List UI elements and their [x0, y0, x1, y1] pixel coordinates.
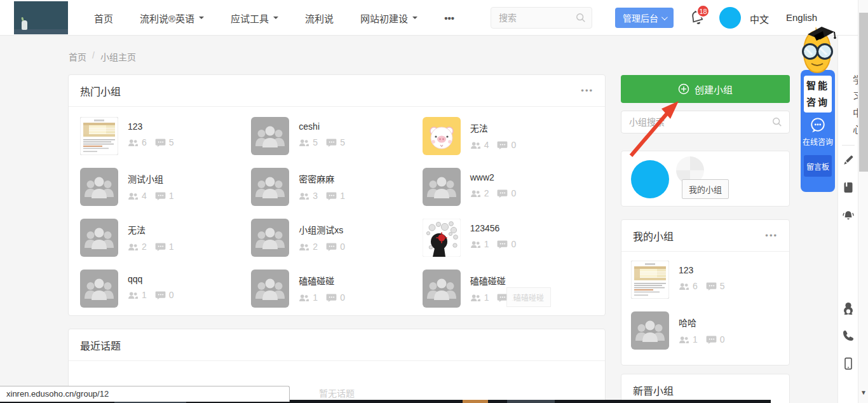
group-thumbnail	[423, 117, 461, 155]
group-card[interactable]: www2 2 0	[423, 168, 593, 206]
user-avatar[interactable]	[719, 7, 741, 29]
group-card[interactable]: qqq 1 0	[80, 270, 251, 308]
member-count: 1	[484, 239, 489, 249]
topics-icon	[497, 141, 508, 149]
group-name: 磕磕碰碰	[470, 274, 525, 287]
topic-count: 1	[340, 191, 345, 201]
scrollbar[interactable]: ▼	[858, 0, 868, 403]
menu-item-site-building[interactable]: 网站初建设	[360, 11, 417, 25]
group-card[interactable]: 无法 2 1	[80, 219, 251, 257]
topics-icon	[155, 291, 166, 299]
group-stats: 1 0	[128, 290, 182, 300]
group-card[interactable]: 密密麻麻 3 1	[251, 168, 422, 206]
menu-item-home[interactable]: 首页	[94, 11, 113, 25]
group-name: 123	[679, 265, 733, 275]
chevron-down-icon	[661, 14, 668, 20]
profile-avatar[interactable]	[631, 160, 669, 198]
group-stats: 1 0	[299, 292, 353, 303]
navbar-search	[491, 7, 592, 29]
group-thumbnail	[80, 270, 118, 308]
online-consult-button[interactable]: 在线咨询	[801, 136, 835, 147]
menu-item-liulishuo[interactable]: 流利说	[305, 11, 334, 25]
admin-backend-button[interactable]: 管理后台	[615, 8, 674, 28]
topic-count: 5	[169, 137, 174, 147]
pencil-icon[interactable]	[842, 154, 855, 167]
breadcrumb-current: 小组主页	[100, 50, 136, 63]
group-search	[621, 111, 790, 133]
group-card[interactable]: 123456 1 0	[423, 219, 593, 257]
smart-consult-button[interactable]: 智能 咨询	[804, 76, 832, 113]
lang-zh-toggle[interactable]: 中文	[750, 12, 769, 25]
link-status-bar: xinren.edusoho.cn/group/12	[0, 386, 290, 402]
group-card[interactable]: 无法 4 0	[423, 117, 593, 155]
my-groups-header: 我的小组 •••	[621, 220, 789, 252]
members-icon	[299, 243, 309, 251]
topics-icon	[155, 192, 166, 200]
chevron-down-icon	[412, 17, 417, 22]
group-stats: 2 0	[299, 242, 353, 252]
group-name: 123456	[470, 223, 525, 233]
group-card[interactable]: 磕磕碰碰 1 0	[251, 270, 422, 308]
members-icon	[679, 282, 689, 290]
qq-icon[interactable]	[842, 302, 855, 315]
members-icon	[470, 141, 481, 149]
my-groups-tag-button[interactable]: 我的小组	[682, 179, 729, 199]
panel-title: 新晋小组	[633, 383, 674, 398]
mobile-icon[interactable]	[842, 357, 855, 370]
my-groups-panel: 我的小组 ••• 123 6 5 哈哈 1 0	[621, 219, 790, 365]
group-stats: 2 1	[128, 242, 182, 252]
topics-icon	[326, 243, 337, 251]
topics-icon	[706, 282, 717, 290]
group-card[interactable]: 哈哈 1 0	[631, 311, 780, 350]
member-count: 4	[484, 140, 489, 150]
topics-icon	[706, 336, 717, 344]
member-count: 4	[142, 191, 147, 201]
group-card[interactable]: ceshi 5 5	[251, 117, 422, 155]
topic-count: 0	[511, 239, 516, 249]
topic-count: 0	[720, 334, 725, 345]
panel-title: 我的小组	[633, 228, 674, 243]
member-count: 2	[484, 188, 489, 198]
more-icon[interactable]: •••	[765, 231, 778, 240]
menu-item-exam-tools[interactable]: 应试工具	[231, 11, 278, 25]
message-board-button[interactable]: 留言板	[804, 155, 832, 177]
topics-icon	[497, 189, 508, 198]
group-stats: 5 5	[299, 137, 353, 147]
group-stats: 3 1	[299, 191, 353, 201]
navbar: 首页 流利说®英语 应试工具 流利说 网站初建设 ••• 管理后台 18 中文 …	[0, 0, 868, 36]
group-card[interactable]: 123 6 5	[80, 117, 251, 155]
members-icon	[128, 192, 139, 200]
group-name: 123	[128, 121, 182, 132]
group-card[interactable]: 小组测试xs 2 0	[251, 219, 422, 257]
group-thumbnail	[80, 219, 118, 257]
book-icon[interactable]	[842, 181, 855, 194]
breadcrumb-home-link[interactable]: 首页	[69, 50, 86, 63]
group-card[interactable]: 123 6 5	[631, 261, 780, 299]
scroll-down-arrow[interactable]: ▼	[858, 389, 868, 396]
topic-count: 1	[169, 191, 174, 201]
group-card[interactable]: 测试小组 4 1	[80, 168, 251, 206]
main-menu: 首页 流利说®英语 应试工具 流利说 网站初建设 •••	[94, 0, 454, 36]
notification-badge: 18	[696, 4, 710, 18]
group-name: 哈哈	[679, 316, 733, 329]
site-logo[interactable]	[14, 1, 68, 34]
menu-item-more[interactable]: •••	[444, 13, 454, 24]
menu-item-liulishuo-english[interactable]: 流利说®英语	[140, 11, 204, 25]
members-icon	[299, 294, 309, 302]
members-icon	[679, 336, 689, 344]
group-search-input[interactable]	[621, 111, 789, 133]
topic-count: 0	[340, 242, 345, 252]
group-stats: 6 5	[679, 281, 733, 291]
member-count: 2	[313, 242, 318, 252]
scrollbar-thumb[interactable]	[859, 13, 868, 172]
group-stats: 4 1	[128, 191, 182, 201]
create-group-button[interactable]: 创建小组	[621, 75, 790, 103]
phone-icon[interactable]	[842, 329, 855, 342]
mascot-graphic	[796, 24, 838, 75]
lang-en-toggle[interactable]: English	[786, 12, 817, 23]
alarm-bell-icon[interactable]	[842, 209, 855, 222]
more-icon[interactable]: •••	[581, 86, 593, 95]
topic-count: 5	[720, 281, 725, 291]
plus-circle-icon	[678, 83, 689, 95]
group-thumbnail	[631, 261, 669, 299]
